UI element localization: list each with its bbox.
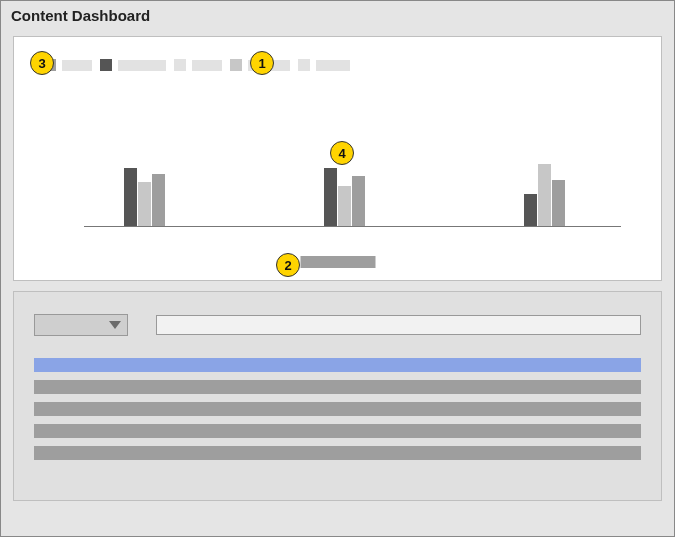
app-frame: Content Dashboard	[0, 0, 675, 537]
results-list	[34, 358, 641, 460]
list-item[interactable]	[34, 358, 641, 372]
bar[interactable]	[324, 168, 337, 226]
legend-item[interactable]	[298, 59, 350, 71]
bar[interactable]	[524, 194, 537, 226]
x-axis-label	[300, 256, 375, 268]
chart-legend	[44, 59, 350, 71]
legend-item[interactable]	[100, 59, 166, 71]
legend-label	[316, 60, 350, 71]
search-input[interactable]	[156, 315, 641, 335]
bar[interactable]	[352, 176, 365, 226]
list-item[interactable]	[34, 402, 641, 416]
page-title: Content Dashboard	[1, 1, 674, 30]
results-panel	[13, 291, 662, 501]
annotation-badge-3: 3	[30, 51, 54, 75]
filter-row	[34, 314, 641, 336]
legend-item[interactable]	[174, 59, 222, 71]
bar[interactable]	[152, 174, 165, 226]
legend-swatch	[230, 59, 242, 71]
legend-swatch	[100, 59, 112, 71]
legend-label	[118, 60, 166, 71]
list-item[interactable]	[34, 446, 641, 460]
bar-group	[524, 164, 565, 226]
bar[interactable]	[538, 164, 551, 226]
bar[interactable]	[552, 180, 565, 226]
legend-label	[62, 60, 92, 71]
annotation-badge-4: 4	[330, 141, 354, 165]
bar[interactable]	[138, 182, 151, 226]
annotation-badge-1: 1	[250, 51, 274, 75]
legend-label	[192, 60, 222, 71]
bar-group	[124, 168, 165, 226]
legend-swatch	[174, 59, 186, 71]
filter-dropdown[interactable]	[34, 314, 128, 336]
chart-area	[84, 107, 621, 227]
bar[interactable]	[124, 168, 137, 226]
list-item[interactable]	[34, 424, 641, 438]
annotation-badge-2: 2	[276, 253, 300, 277]
chevron-down-icon	[109, 321, 121, 329]
x-axis	[84, 226, 621, 227]
bar[interactable]	[338, 186, 351, 226]
legend-swatch	[298, 59, 310, 71]
list-item[interactable]	[34, 380, 641, 394]
bar-group	[324, 168, 365, 226]
